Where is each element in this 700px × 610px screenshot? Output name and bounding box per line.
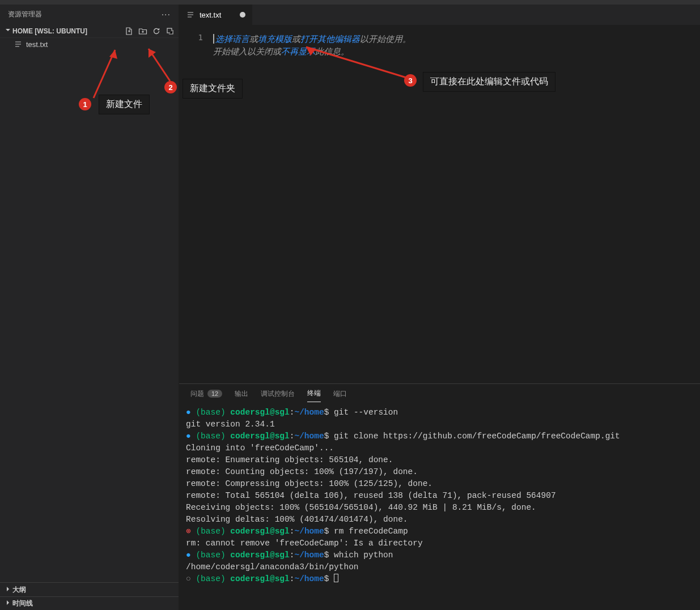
file-name: test.txt xyxy=(26,40,48,49)
sidebar-bottom: 大纲 时间线 xyxy=(0,582,179,610)
svg-marker-6 xyxy=(306,47,316,56)
editor-area: text.txt 1 选择语言或填充模版或打开其他编辑器以开始使用。 开始键入以… xyxy=(179,5,700,610)
annotation-arrow xyxy=(88,44,122,101)
open-other-editor-link[interactable]: 打开其他编辑器 xyxy=(300,34,360,44)
chevron-right-icon xyxy=(3,598,12,609)
tab-label: text.txt xyxy=(200,11,221,19)
outline-label: 大纲 xyxy=(12,585,26,595)
explorer-header: 资源管理器 ··· xyxy=(0,5,179,24)
outline-section[interactable]: 大纲 xyxy=(0,583,179,596)
chevron-down-icon xyxy=(3,25,12,36)
dirty-indicator-icon xyxy=(240,12,245,18)
refresh-icon[interactable] xyxy=(151,26,162,36)
annotation-badge-2: 2 xyxy=(164,81,177,93)
text-file-icon xyxy=(14,40,23,49)
editor-tabs: text.txt xyxy=(179,5,700,25)
chevron-right-icon xyxy=(3,585,12,595)
annotation-label-3: 可直接在此处编辑文件或代码 xyxy=(423,72,555,92)
folder-name: HOME [WSL: UBUNTU] xyxy=(12,27,124,35)
tab-ports[interactable]: 端口 xyxy=(333,386,347,402)
tab-problems[interactable]: 问题 12 xyxy=(190,386,222,402)
panel-tabs: 问题 12 输出 调试控制台 终端 端口 xyxy=(179,384,700,403)
annotation-badge-1: 1 xyxy=(79,98,91,110)
tab-terminal[interactable]: 终端 xyxy=(307,385,321,402)
text-file-icon xyxy=(186,10,195,19)
folder-header[interactable]: HOME [WSL: UBUNTU] xyxy=(0,24,179,38)
editor-tab[interactable]: text.txt xyxy=(179,5,253,25)
explorer-title: 资源管理器 xyxy=(8,10,42,19)
annotation-label-2: 新建文件夹 xyxy=(183,79,243,99)
new-folder-icon[interactable] xyxy=(138,26,148,36)
annotation-label-1: 新建文件 xyxy=(99,95,150,114)
bottom-panel: 问题 12 输出 调试控制台 终端 端口 ● (base) codersgl@s… xyxy=(179,383,700,610)
svg-marker-2 xyxy=(109,50,117,59)
fill-template-link[interactable]: 填充模版 xyxy=(258,34,292,44)
svg-marker-4 xyxy=(149,49,156,58)
tab-debug-console[interactable]: 调试控制台 xyxy=(261,386,295,402)
terminal-output[interactable]: ● (base) codersgl@sgl:~/home$ git --vers… xyxy=(179,403,700,610)
new-file-icon[interactable] xyxy=(124,26,134,36)
svg-line-5 xyxy=(306,47,408,78)
line-number: 1 xyxy=(179,33,203,42)
annotation-badge-3: 3 xyxy=(404,74,417,87)
tab-output[interactable]: 输出 xyxy=(235,386,248,402)
annotation-arrow xyxy=(300,44,414,84)
explorer-more-icon[interactable]: ··· xyxy=(162,10,171,20)
problems-count-badge: 12 xyxy=(207,390,222,398)
collapse-all-icon[interactable] xyxy=(165,26,175,36)
select-language-link[interactable]: 选择语言 xyxy=(215,34,249,44)
annotation-arrow xyxy=(142,44,176,84)
menu-bar xyxy=(0,0,700,5)
timeline-label: 时间线 xyxy=(12,599,33,608)
timeline-section[interactable]: 时间线 xyxy=(0,596,179,610)
